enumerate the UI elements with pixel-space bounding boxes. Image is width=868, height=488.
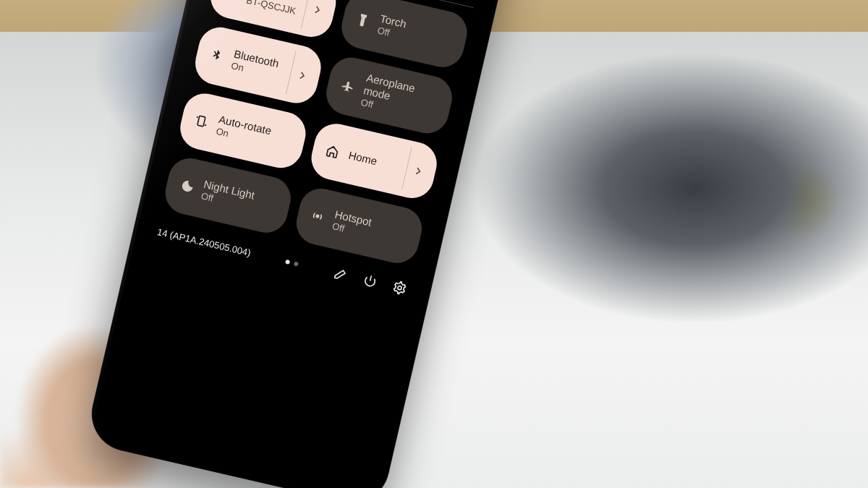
android-quick-settings-screen: 14:23 Tue, 2 Jul No service (94, 0, 514, 488)
page-indicator (285, 259, 299, 266)
bluetooth-icon (207, 46, 226, 65)
photo-scene: 14:23 Tue, 2 Jul No service (0, 0, 868, 488)
phone: 14:23 Tue, 2 Jul No service (84, 0, 523, 488)
airplane-icon (338, 76, 357, 95)
edit-icon[interactable] (332, 265, 349, 283)
svg-point-3 (398, 286, 402, 290)
chevron-right-icon[interactable] (289, 46, 317, 106)
chevron-right-icon[interactable] (304, 0, 332, 39)
torch-icon (353, 11, 372, 30)
rotate-icon (192, 111, 210, 130)
home-icon (323, 142, 342, 160)
hotspot-icon (308, 206, 327, 225)
svg-rect-1 (197, 116, 205, 127)
moon-icon (177, 176, 196, 195)
chevron-right-icon[interactable] (404, 142, 433, 200)
gear-icon[interactable] (391, 279, 409, 296)
svg-point-2 (316, 215, 319, 218)
power-icon[interactable] (362, 272, 379, 289)
tile-title: Home (347, 148, 378, 168)
